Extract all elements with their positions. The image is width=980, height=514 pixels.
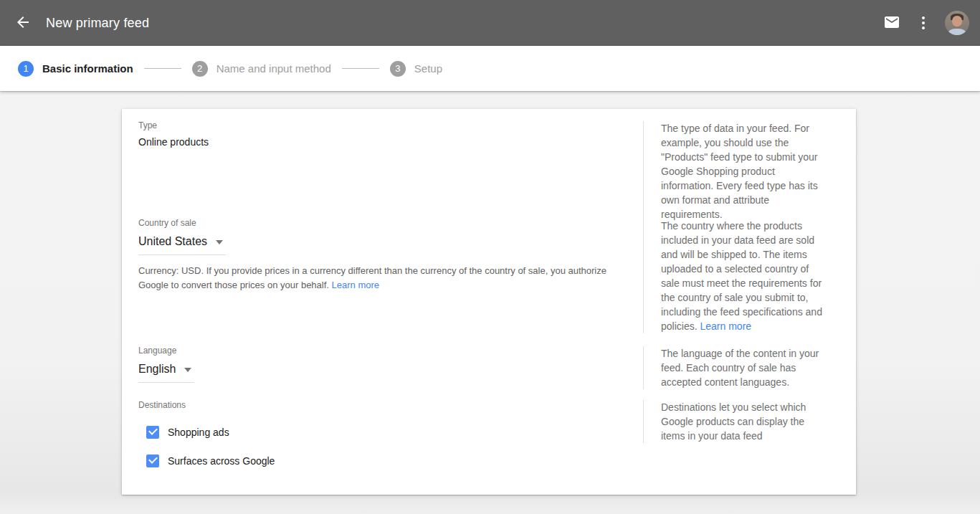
learn-more-link[interactable]: Learn more bbox=[332, 280, 379, 290]
learn-more-link[interactable]: Learn more bbox=[700, 319, 751, 333]
back-button[interactable] bbox=[7, 7, 39, 39]
destination-option-label: Shopping ads bbox=[168, 427, 229, 438]
step-1-circle: 1 bbox=[18, 61, 34, 77]
mail-icon bbox=[883, 14, 900, 33]
step-2-circle: 2 bbox=[192, 61, 208, 77]
more-options-button[interactable] bbox=[908, 7, 939, 39]
step-connector bbox=[342, 68, 379, 69]
main-content: Type Online products The type of data in… bbox=[0, 109, 980, 495]
type-section: Type Online products The type of data in… bbox=[122, 109, 856, 212]
destination-option-shopping-ads[interactable]: Shopping ads bbox=[138, 426, 643, 439]
language-label: Language bbox=[138, 346, 643, 356]
page-title: New primary feed bbox=[46, 16, 149, 31]
step-1-label: Basic information bbox=[42, 62, 133, 75]
destination-option-surfaces-across-google[interactable]: Surfaces across Google bbox=[138, 454, 643, 467]
country-of-sale-select[interactable]: United States bbox=[138, 234, 226, 255]
destinations-label: Destinations bbox=[138, 400, 643, 410]
app-bar: New primary feed bbox=[0, 0, 980, 46]
country-of-sale-label: Country of sale bbox=[138, 218, 643, 228]
country-of-sale-value: United States bbox=[138, 235, 207, 248]
kebab-menu-icon bbox=[922, 16, 925, 29]
arrow-left-icon bbox=[14, 14, 32, 33]
checkbox-checked-icon[interactable] bbox=[146, 454, 159, 467]
destination-option-label: Surfaces across Google bbox=[168, 455, 275, 467]
language-section: Language English The language of the con… bbox=[122, 344, 856, 399]
chevron-down-icon bbox=[184, 368, 191, 372]
user-avatar[interactable] bbox=[945, 11, 969, 35]
avatar-face bbox=[952, 16, 962, 27]
currency-note: Currency: USD. If you provide prices in … bbox=[138, 264, 612, 292]
type-value: Online products bbox=[138, 136, 643, 148]
type-help-text: The type of data in your feed. For examp… bbox=[643, 121, 829, 222]
step-3-label: Setup bbox=[414, 62, 442, 75]
step-3-circle: 3 bbox=[390, 61, 406, 77]
step-connector bbox=[144, 68, 181, 69]
destinations-help-text: Destinations let you select which Google… bbox=[643, 400, 829, 443]
feed-form-card: Type Online products The type of data in… bbox=[122, 109, 856, 495]
step-setup[interactable]: 3 Setup bbox=[390, 61, 442, 77]
country-of-sale-section: Country of sale United States Currency: … bbox=[122, 212, 856, 344]
stepper: 1 Basic information 2 Name and input met… bbox=[0, 46, 980, 91]
type-label: Type bbox=[138, 120, 643, 130]
step-2-label: Name and input method bbox=[217, 62, 331, 75]
step-name-input-method[interactable]: 2 Name and input method bbox=[192, 61, 331, 77]
language-value: English bbox=[138, 363, 176, 376]
avatar-shirt bbox=[948, 29, 966, 35]
language-help-text: The language of the content in your feed… bbox=[643, 346, 829, 389]
chevron-down-icon bbox=[216, 240, 223, 244]
mail-button[interactable] bbox=[876, 7, 908, 39]
checkbox-checked-icon[interactable] bbox=[146, 426, 159, 439]
step-basic-information[interactable]: 1 Basic information bbox=[18, 61, 133, 77]
language-select[interactable]: English bbox=[138, 361, 194, 383]
destinations-section: Destinations Shopping ads Surfaces acros… bbox=[122, 399, 856, 495]
country-help-text: The country where the products included … bbox=[643, 219, 829, 333]
